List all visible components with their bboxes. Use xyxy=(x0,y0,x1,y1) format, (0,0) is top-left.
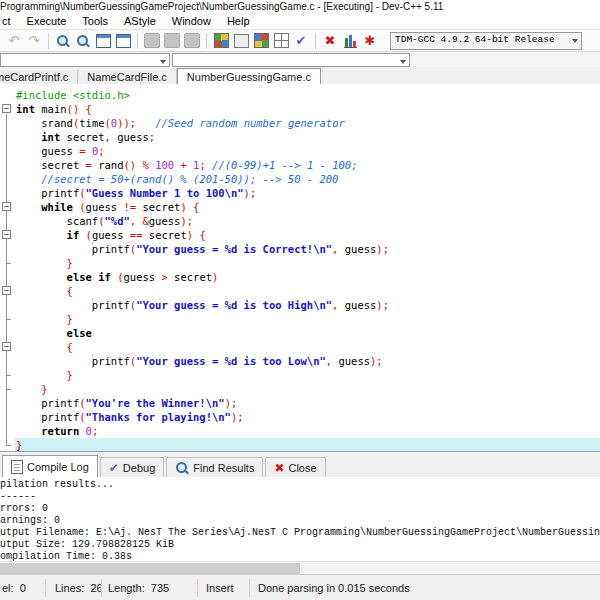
fold-toggle-icon[interactable]: − xyxy=(2,286,11,295)
new-project-icon[interactable] xyxy=(212,32,230,50)
insert-icon[interactable] xyxy=(252,32,270,50)
goto-function-icon[interactable] xyxy=(94,32,112,50)
class-browser-combo[interactable] xyxy=(0,53,170,67)
code-token: 100 xyxy=(155,159,174,171)
code-token: //(0-99)+1 --> 1 - 100; xyxy=(212,159,357,171)
goto-line-icon[interactable] xyxy=(114,32,132,50)
editor-tab-namecardfile-c[interactable]: NameCardFile.c xyxy=(78,69,176,85)
menu-item-astyle[interactable]: AStyle xyxy=(116,14,164,29)
grid-outline-icon xyxy=(274,33,289,48)
code-token: != xyxy=(124,201,137,213)
menu-item-tools[interactable]: Tools xyxy=(74,14,116,29)
new-project-icon xyxy=(214,33,229,48)
code-line: scanf("%d", &guess); xyxy=(0,214,600,228)
code-token: ; xyxy=(149,131,155,143)
code-token: } xyxy=(67,257,73,269)
code-token: while xyxy=(41,201,73,213)
code-line: printf("Your guess = %d is Correct!\n", … xyxy=(0,242,600,256)
code-token: ); xyxy=(370,355,383,367)
replace-icon[interactable] xyxy=(74,32,92,50)
goto-line-icon xyxy=(116,34,131,48)
scrollbar-thumb[interactable] xyxy=(0,563,300,574)
code-token: scanf xyxy=(16,215,98,227)
editor-tab-numberguessinggame-c[interactable]: NumberGuessingGame.c xyxy=(177,68,321,85)
code-token: guess xyxy=(16,145,79,157)
menu-item-window[interactable]: Window xyxy=(164,14,219,29)
status-segment-0: el: 0 xyxy=(0,579,46,597)
status-segment-3: Insert xyxy=(198,579,250,597)
panel-tab-label: Find Results xyxy=(193,462,254,474)
menu-item-help[interactable]: Help xyxy=(219,14,258,29)
code-line: #include <stdio.h> xyxy=(0,88,600,102)
fold-toggle-icon[interactable]: − xyxy=(2,104,11,113)
goto-function-icon xyxy=(96,34,111,48)
code-token: srand xyxy=(16,117,73,129)
code-editor[interactable]: #include <stdio.h>int main() { srand(tim… xyxy=(0,84,600,451)
code-token: guess xyxy=(332,355,370,367)
code-token xyxy=(16,201,41,213)
toolbar-separator xyxy=(137,33,138,49)
code-token: printf xyxy=(16,355,130,367)
code-token: guess xyxy=(86,201,124,213)
compiler-combo[interactable]: TDM-GCC 4.9.2 64-bit Release xyxy=(390,32,582,50)
code-token: return xyxy=(41,425,79,437)
check-icon: ✔ xyxy=(109,459,119,477)
member-browser-combo[interactable] xyxy=(172,53,410,67)
code-token: "Thanks for playing!\n" xyxy=(86,411,231,423)
panel-tab-label: Debug xyxy=(123,462,155,474)
code-line: } xyxy=(0,438,600,451)
delete-profiling-icon[interactable]: ✱ xyxy=(361,32,379,50)
window-icon[interactable] xyxy=(232,32,250,50)
redo-icon[interactable]: ↷ xyxy=(25,32,43,50)
profile-icon[interactable] xyxy=(341,32,359,50)
window-title: Programming\NumberGuessingGameProject\Nu… xyxy=(0,1,443,12)
code-line: int main() { xyxy=(0,102,600,116)
code-token: ); xyxy=(244,187,257,199)
code-token xyxy=(16,229,67,241)
horizontal-scrollbar[interactable] xyxy=(0,561,600,575)
abort-compilation-icon[interactable]: ✖ xyxy=(321,32,339,50)
title-bar: Programming\NumberGuessingGameProject\Nu… xyxy=(0,0,600,14)
code-line: else xyxy=(0,326,600,340)
code-token: rand xyxy=(92,159,124,171)
fold-toggle-icon[interactable]: − xyxy=(2,202,11,211)
code-token xyxy=(16,327,67,339)
chevron-down-icon xyxy=(572,39,578,43)
menu-item-execute[interactable]: Execute xyxy=(19,14,75,29)
code-token: printf xyxy=(16,187,79,199)
code-token: ); xyxy=(376,243,389,255)
panel-tab-find-results[interactable]: Find Results xyxy=(166,457,263,477)
menu-item-ct[interactable]: ct xyxy=(0,14,19,29)
run-icon xyxy=(164,33,180,48)
fold-end-tick xyxy=(6,319,11,320)
code-token: guess xyxy=(149,215,181,227)
fold-toggle-icon[interactable]: − xyxy=(2,230,11,239)
code-fold-gutter: −−−−− xyxy=(0,84,15,451)
code-token: "Your guess = %d is Correct!\n" xyxy=(136,243,332,255)
log-page-icon xyxy=(11,460,23,474)
code-token: ; xyxy=(98,145,104,157)
code-token xyxy=(16,257,67,269)
run-icon[interactable] xyxy=(163,32,181,50)
indent-guide xyxy=(92,354,93,368)
code-token: } xyxy=(67,369,73,381)
compile-run-icon[interactable] xyxy=(183,32,201,50)
editor-tab-mecardprintf-c[interactable]: meCardPrintf.c xyxy=(0,69,78,85)
panel-tab-close[interactable]: ✖Close xyxy=(265,457,325,477)
find-icon[interactable] xyxy=(54,32,72,50)
syntax-check-icon[interactable]: ✔ xyxy=(292,32,310,50)
grid-outline-icon[interactable] xyxy=(272,32,290,50)
compile-icon[interactable] xyxy=(143,32,161,50)
panel-tab-compile-log[interactable]: Compile Log xyxy=(2,455,98,477)
code-token: if xyxy=(67,229,80,241)
code-token: == xyxy=(130,229,143,241)
fold-toggle-icon[interactable]: − xyxy=(2,342,11,351)
status-bar: el: 0Lines: 26Length: 735InsertDone pars… xyxy=(0,574,600,600)
code-line: else if (guess > secret) xyxy=(0,270,600,284)
undo-icon[interactable]: ↶ xyxy=(5,32,23,50)
panel-tab-debug[interactable]: ✔Debug xyxy=(100,457,164,477)
code-token: )); xyxy=(117,117,136,129)
toolbar-separator xyxy=(315,33,316,49)
code-token: if xyxy=(98,271,111,283)
code-token: main xyxy=(35,103,67,115)
